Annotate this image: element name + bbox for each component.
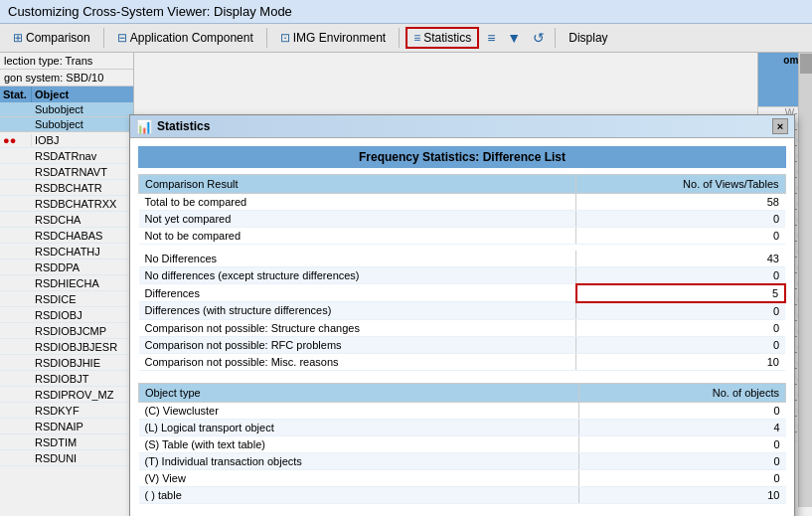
objects-label: (V) View — [139, 469, 579, 486]
left-row-obj: RSDHIECHA — [32, 277, 133, 289]
stats-value: 10 — [576, 353, 785, 370]
comparison-button[interactable]: ⊞ Comparison — [6, 28, 97, 48]
objects-value: 4 — [578, 419, 785, 435]
left-row[interactable]: RSDIOBJ — [0, 307, 133, 323]
objects-row: (S) Table (with text table)0 — [139, 435, 786, 452]
left-row[interactable]: RSDUNI — [0, 450, 133, 466]
objects-row: (C) Viewcluster0 — [139, 402, 786, 419]
left-info-line1: lection type: Trans — [0, 53, 133, 70]
display-label: Display — [568, 31, 607, 45]
left-row[interactable]: RSDCHA — [0, 212, 133, 228]
stats-row: Comparison not possible: Misc. reasons10 — [139, 353, 786, 370]
left-row[interactable]: ●●IOBJ — [0, 132, 133, 148]
left-row[interactable]: RSDKYF — [0, 403, 133, 419]
left-row[interactable]: RSDCHABAS — [0, 228, 133, 244]
objects-row: (V) View0 — [139, 469, 786, 486]
left-row[interactable]: RSDATRnav — [0, 148, 133, 164]
display-button[interactable]: Display — [562, 28, 614, 48]
left-row-obj: RSDIOBJBJESR — [32, 341, 133, 353]
left-row-stat: ●● — [0, 134, 32, 146]
vertical-scrollbar[interactable] — [798, 53, 812, 507]
left-row[interactable]: RSDBCHATR — [0, 180, 133, 196]
stats-row: Comparison not possible: RFC problems0 — [139, 336, 786, 353]
left-row[interactable]: RSDNAIP — [0, 419, 133, 434]
left-table-header: Stat. Object — [0, 86, 133, 102]
stats-row: Total to be compared58 — [139, 194, 786, 211]
left-row[interactable]: RSDCHATHJ — [0, 244, 133, 259]
stats-value: 0 — [576, 266, 785, 284]
left-row-obj: IOBJ — [32, 134, 133, 146]
left-row-obj: RSDIOBJHIE — [32, 357, 133, 369]
title-bar: Customizing Cross-System Viewer: Display… — [0, 0, 812, 24]
objects-col1-header: Object type — [139, 383, 579, 402]
stats-value: 0 — [576, 302, 785, 320]
left-row[interactable]: RSDATRNAVT — [0, 164, 133, 180]
modal-icon: 📊 — [136, 119, 152, 134]
stats-row: No Differences43 — [139, 251, 786, 267]
funnel-icon[interactable]: ▼ — [503, 30, 525, 46]
refresh-icon[interactable]: ↺ — [529, 30, 549, 46]
left-rows-container: ●●IOBJRSDATRnavRSDATRNAVTRSDBCHATRRSDBCH… — [0, 132, 133, 466]
left-row-obj: RSDATRNAVT — [32, 166, 133, 178]
stats-label: Not yet compared — [139, 211, 576, 228]
img-environment-button[interactable]: ⊡ IMG Environment — [273, 28, 393, 48]
stats-row: Not yet compared0 — [139, 211, 786, 228]
left-row-obj: RSDBCHATRXX — [32, 198, 133, 210]
left-row-obj: RSDTIM — [32, 436, 133, 448]
modal-content: Frequency Statistics: Difference List Co… — [130, 138, 794, 516]
img-environment-icon: ⊡ — [280, 31, 290, 45]
modal-title: Statistics — [157, 119, 772, 133]
objects-label: (T) Individual transaction objects — [139, 452, 579, 469]
left-row[interactable]: RSDIOBJT — [0, 371, 133, 387]
app-component-icon: ⊟ — [117, 31, 127, 45]
stats-value: 0 — [576, 319, 785, 336]
left-row-obj: RSDCHABAS — [32, 230, 133, 242]
left-row[interactable]: RSDIOBJHIE — [0, 355, 133, 371]
left-row[interactable]: RSDHIECHA — [0, 275, 133, 291]
left-row[interactable]: RSDBCHATRXX — [0, 196, 133, 212]
stats-table: Comparison Result No. of Views/Tables To… — [138, 174, 786, 371]
objects-col2-header: No. of objects — [578, 383, 785, 402]
left-row-obj: RSDIOBJT — [32, 373, 133, 385]
statistics-label: Statistics — [423, 31, 471, 45]
left-subheader-1: Subobject — [0, 102, 133, 117]
statistics-icon: ≡ — [413, 31, 420, 45]
left-row-obj: RSDIOBJ — [32, 309, 133, 321]
left-row[interactable]: RSDDPA — [0, 259, 133, 275]
left-row[interactable]: RSDIOBJBJESR — [0, 339, 133, 355]
left-row-obj: RSDATRnav — [32, 150, 133, 162]
stats-col2-header: No. of Views/Tables — [576, 175, 785, 194]
objects-label: (L) Logical transport object — [139, 419, 579, 435]
app-component-button[interactable]: ⊟ Application Component — [110, 28, 260, 48]
stats-label: Not to be compared — [139, 228, 576, 245]
left-row[interactable]: RSDTIM — [0, 434, 133, 450]
stats-label: No differences (except structure differe… — [139, 266, 576, 284]
objects-label: (S) Table (with text table) — [139, 435, 579, 452]
stats-label: Differences — [139, 284, 576, 302]
left-row-obj: RSDNAIP — [32, 421, 133, 432]
left-row[interactable]: RSDICE — [0, 291, 133, 307]
separator-1 — [103, 28, 104, 48]
left-row[interactable]: RSDIPROV_MZ — [0, 387, 133, 403]
stats-label: Comparison not possible: Structure chang… — [139, 319, 576, 336]
separator-4 — [555, 28, 556, 48]
objects-value: 0 — [578, 452, 785, 469]
statistics-button[interactable]: ≡ Statistics — [406, 27, 479, 49]
objects-value: 0 — [578, 402, 785, 419]
left-row-obj: RSDCHA — [32, 214, 133, 226]
objects-label: (C) Viewcluster — [139, 402, 579, 419]
scrollbar-thumb[interactable] — [800, 54, 812, 74]
stats-row: Comparison not possible: Structure chang… — [139, 319, 786, 336]
app-component-label: Application Component — [130, 31, 253, 45]
left-info-line2: gon system: SBD/10 — [0, 70, 133, 86]
modal-titlebar: 📊 Statistics × — [130, 115, 794, 138]
comparison-icon: ⊞ — [13, 31, 23, 45]
objects-value: 0 — [578, 469, 785, 486]
left-row-obj: RSDUNI — [32, 452, 133, 464]
left-row[interactable]: RSDIOBJCMP — [0, 323, 133, 339]
statistics-modal: 📊 Statistics × Frequency Statistics: Dif… — [129, 114, 795, 516]
stats-col1-header: Comparison Result — [139, 175, 576, 194]
stats-row: No differences (except structure differe… — [139, 266, 786, 284]
filter-icon[interactable]: ≡ — [483, 30, 499, 46]
modal-close-button[interactable]: × — [772, 118, 788, 134]
